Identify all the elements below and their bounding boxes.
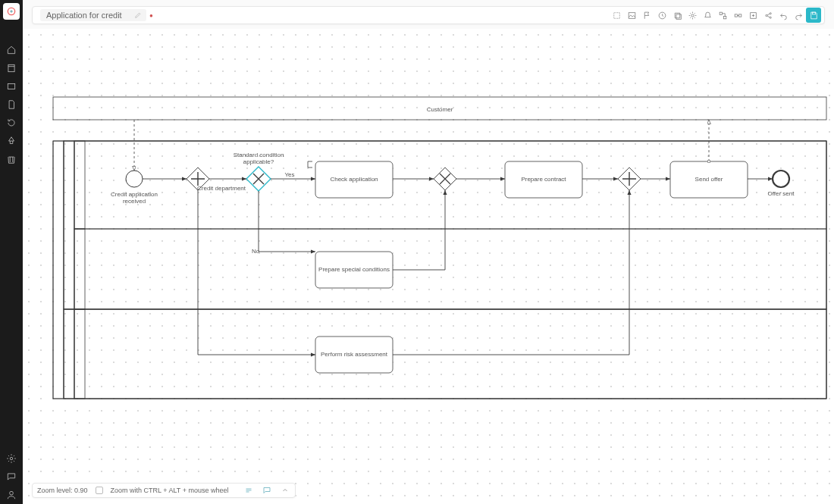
save-button[interactable] [806,8,821,23]
zoom-reset-icon[interactable] [96,487,103,494]
svg-rect-3 [8,84,14,89]
diagram-icon[interactable] [4,79,19,94]
top-bar: Application for credit ● [32,6,825,24]
gateway1-label: Credit department [197,185,246,192]
start-event-label-l1: Credit application [111,191,158,198]
notify-icon[interactable] [700,8,715,23]
flow-no-label: No [252,248,260,255]
flow-yes-label: Yes [284,171,294,178]
history-icon[interactable] [654,8,669,23]
diagram-title-field[interactable]: Application for credit [40,9,146,21]
pool-customer-label: Customer [427,106,453,113]
zoom-level-label: Zoom level: 0.90 [37,487,88,494]
status-bar: Zoom level: 0.90 Zoom with CTRL + ALT + … [32,483,296,498]
svg-point-17 [770,17,771,18]
left-sidebar [0,0,23,504]
comments-icon[interactable] [4,469,19,484]
svg-rect-12 [735,14,737,16]
app-logo[interactable] [3,3,20,20]
chat-icon[interactable] [262,485,272,496]
flag-icon[interactable] [639,8,654,23]
svg-point-16 [770,12,771,14]
svg-rect-10 [720,12,722,14]
collapse-up-icon[interactable] [280,485,290,496]
end-event-label: Offer sent [768,190,795,197]
picture-icon[interactable] [624,8,639,23]
gear-icon[interactable] [685,8,700,23]
svg-point-28 [773,171,789,187]
workflow-icon[interactable] [715,8,730,23]
start-event-label-l2: received [123,198,146,205]
marquee-icon[interactable] [609,8,624,23]
svg-rect-6 [613,12,619,18]
svg-point-9 [691,14,693,16]
task-send-label: Send offer [695,176,723,183]
svg-rect-2 [8,64,14,71]
svg-rect-18 [812,12,815,14]
modeler-canvas[interactable] [23,29,834,504]
svg-rect-13 [738,14,741,16]
svg-point-5 [10,491,14,495]
tree-icon[interactable] [4,133,19,149]
settings-icon[interactable] [4,451,19,466]
share-icon[interactable] [760,8,776,23]
svg-point-27 [126,171,143,187]
task-special-label: Prepare special conditions [318,266,390,273]
trash-icon[interactable] [4,152,19,167]
toolbar [609,8,824,23]
repo-icon[interactable] [4,61,19,76]
task-check-label: Check application [330,176,378,183]
home-icon[interactable] [4,42,19,58]
zoom-hint: Zoom with CTRL + ALT + mouse wheel [111,487,229,494]
diagram-title: Application for credit [46,11,122,20]
redo-icon[interactable] [791,8,806,23]
layers-icon[interactable] [669,8,685,23]
svg-rect-11 [723,16,726,18]
svg-point-1 [11,11,13,13]
user-icon[interactable] [4,487,19,502]
svg-point-4 [10,457,13,460]
task-prepare-label: Prepare contract [521,176,566,183]
document-icon[interactable] [4,97,19,112]
feedback-icon[interactable] [243,485,254,496]
svg-point-15 [765,14,767,16]
gateway2-label-l1: Standard condition [234,152,284,158]
deploy-icon[interactable] [730,8,745,23]
export-icon[interactable] [745,8,760,23]
edit-title-icon[interactable] [134,11,142,20]
undo-icon[interactable] [776,8,791,23]
task-risk-label: Perform risk assessment [321,351,388,358]
gateway2-label-l2: applicable? [243,158,274,165]
svg-rect-7 [629,12,635,18]
unsaved-indicator: ● [149,12,153,19]
refresh-icon[interactable] [4,115,19,130]
